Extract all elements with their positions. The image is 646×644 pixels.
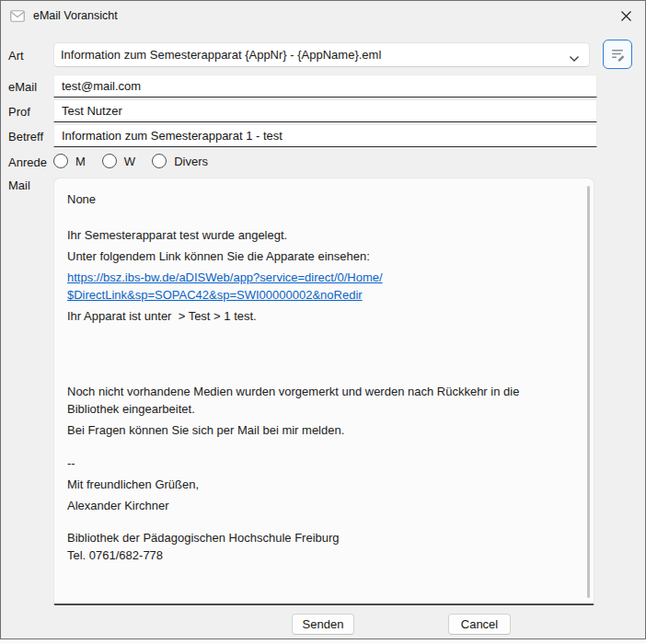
window-title: eMail Voransicht [33,9,118,22]
edit-template-button[interactable] [603,40,632,69]
mail-body-editor[interactable]: None Ihr Semesterapparat test wurde ange… [53,178,594,605]
radio-circle-icon[interactable] [53,154,68,168]
mail-paragraph: Mit freundlichen Grüßen, [67,476,570,493]
radio-option-m[interactable]: M [53,154,86,168]
betreff-input[interactable] [53,124,597,147]
mail-paragraph: Ihr Semesterapparat test wurde angelegt. [67,226,570,244]
prof-label: Prof [8,105,30,119]
edit-text-icon [610,47,626,63]
mail-paragraph: Bibliothek der Pädagogischen Hochschule … [67,529,570,564]
mail-scrollbar[interactable] [587,186,590,598]
mail-label: Mail [8,178,30,192]
email-input[interactable] [53,75,597,98]
send-button[interactable]: Senden [292,614,354,635]
mail-paragraph: Unter folgendem Link können Sie die Appa… [67,247,570,265]
prof-input[interactable] [53,99,597,122]
envelope-icon [10,10,25,22]
email-preview-dialog: eMail Voransicht Art Information zum Sem… [0,0,646,639]
art-template-select[interactable]: Information zum Semesterapparat {AppNr} … [53,42,590,67]
radio-label-w: W [124,155,135,168]
cancel-button[interactable]: Cancel [448,614,511,635]
mail-paragraph: Bei Fragen können Sie sich per Mail bei … [67,421,570,439]
anrede-radio-group: M W Divers [53,151,225,171]
anrede-label: Anrede [8,155,47,169]
signature-separator: -- [67,454,570,472]
titlebar: eMail Voransicht [1,1,645,30]
mail-paragraph: None [67,190,570,208]
betreff-label: Betreff [8,130,43,144]
close-button[interactable] [612,4,640,28]
radio-option-divers[interactable]: Divers [152,154,208,168]
mail-paragraph: Ihr Apparat ist unter > Test > 1 test. [67,307,570,325]
close-icon [620,10,632,22]
apparat-link[interactable]: https://bsz.ibs-bw.de/aDISWeb/app?servic… [67,270,383,302]
chevron-down-icon [569,52,580,65]
radio-circle-icon[interactable] [152,154,167,168]
radio-option-w[interactable]: W [102,154,135,168]
radio-circle-icon[interactable] [102,154,117,168]
art-selected-value: Information zum Semesterapparat {AppNr} … [61,48,563,62]
radio-label-divers: Divers [174,155,208,168]
art-label: Art [8,49,24,63]
mail-paragraph: Noch nicht vorhandene Medien wurden vorg… [67,383,570,418]
mail-paragraph: https://bsz.ibs-bw.de/aDISWeb/app?servic… [67,269,570,304]
mail-paragraph: Alexander Kirchner [67,497,570,514]
radio-label-m: M [75,155,86,168]
email-label: eMail [8,80,37,94]
